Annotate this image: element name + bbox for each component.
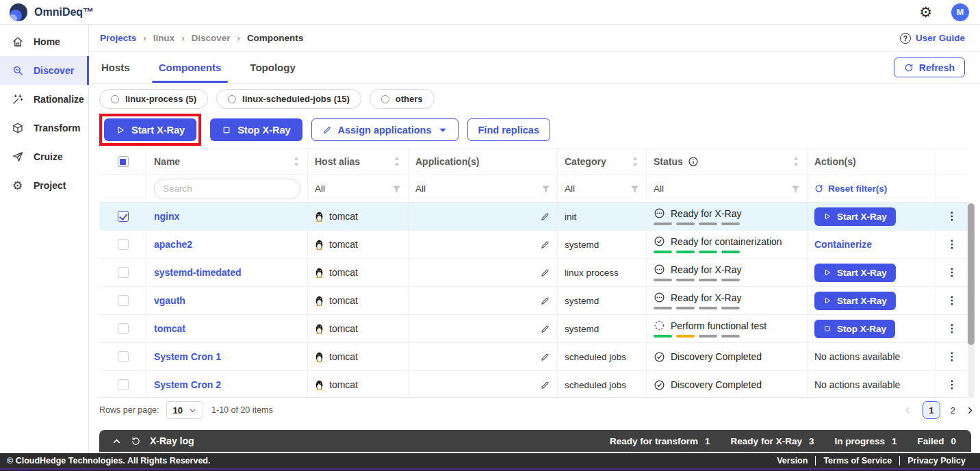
status-filter-value[interactable]: All bbox=[654, 183, 664, 194]
user-guide-link[interactable]: ? User Guide bbox=[900, 33, 965, 44]
kebab-menu-icon[interactable]: ⋮ bbox=[946, 351, 957, 362]
stop-x-ray-row-button[interactable]: Stop X-Ray bbox=[814, 320, 895, 338]
sort-icon[interactable] bbox=[631, 155, 639, 168]
category-filter-value[interactable]: All bbox=[565, 183, 575, 194]
settings-gear-icon[interactable]: ⚙ bbox=[919, 5, 932, 19]
edit-applications-icon[interactable] bbox=[540, 268, 550, 278]
edit-applications-icon[interactable] bbox=[540, 324, 550, 334]
find-replicas-button[interactable]: Find replicas bbox=[467, 118, 550, 141]
filter-funnel-icon[interactable] bbox=[791, 184, 800, 193]
host-alias: tomcat bbox=[329, 267, 358, 278]
component-name-link[interactable]: vgauth bbox=[154, 295, 185, 306]
column-header-category[interactable]: Category bbox=[565, 156, 606, 167]
start-xray-button[interactable]: Start X-Ray bbox=[104, 118, 196, 141]
edit-applications-icon[interactable] bbox=[540, 240, 550, 250]
sidebar-item-home[interactable]: Home bbox=[0, 27, 88, 56]
info-icon[interactable] bbox=[688, 156, 699, 167]
column-header-name[interactable]: Name bbox=[154, 156, 180, 167]
xray-log-bar[interactable]: X-Ray log Ready for transform1Ready for … bbox=[99, 430, 971, 452]
filter-funnel-icon[interactable] bbox=[541, 184, 550, 193]
rows-per-page-select[interactable]: 10 bbox=[166, 401, 203, 419]
chip-linux-scheduled-jobs-15[interactable]: linux-scheduled-jobs (15) bbox=[216, 89, 361, 109]
breadcrumb-item-linux[interactable]: linux bbox=[153, 33, 175, 43]
edit-applications-icon[interactable] bbox=[540, 212, 550, 222]
start-x-ray-row-button[interactable]: Start X-Ray bbox=[814, 292, 896, 310]
breadcrumb-item-discover[interactable]: Discover bbox=[191, 33, 230, 43]
table-scrollbar[interactable] bbox=[968, 203, 975, 398]
sidebar-item-cruize[interactable]: Cruize bbox=[0, 142, 88, 171]
page-1[interactable]: 1 bbox=[923, 401, 940, 419]
component-name-link[interactable]: apache2 bbox=[154, 239, 192, 250]
status-label: Ready for X-Ray bbox=[671, 208, 741, 219]
sort-icon[interactable] bbox=[792, 155, 800, 168]
footer-link-version[interactable]: Version bbox=[769, 456, 815, 466]
breadcrumb-item-projects[interactable]: Projects bbox=[100, 33, 136, 43]
name-search-input[interactable] bbox=[154, 179, 300, 199]
sidebar-item-label: Rationalize bbox=[34, 94, 84, 105]
refresh-icon bbox=[904, 63, 914, 73]
filter-funnel-icon[interactable] bbox=[392, 184, 401, 193]
assign-applications-button[interactable]: Assign applications bbox=[311, 118, 459, 141]
filter-funnel-icon[interactable] bbox=[630, 184, 639, 193]
linux-penguin-icon bbox=[315, 352, 324, 362]
reset-filters-link[interactable]: Reset filter(s) bbox=[814, 183, 887, 194]
refresh-button[interactable]: Refresh bbox=[894, 58, 965, 77]
stop-xray-button[interactable]: Stop X-Ray bbox=[210, 118, 302, 141]
tab-topology[interactable]: Topology bbox=[248, 52, 296, 83]
kebab-menu-icon[interactable]: ⋮ bbox=[946, 323, 957, 334]
kebab-menu-icon[interactable]: ⋮ bbox=[946, 379, 957, 390]
component-name-link[interactable]: System Cron 1 bbox=[154, 351, 221, 362]
sidebar-item-label: Project bbox=[34, 180, 66, 191]
row-checkbox[interactable] bbox=[118, 323, 129, 334]
footer-link-terms-of-service[interactable]: Terms of Service bbox=[815, 456, 899, 466]
play-icon bbox=[116, 125, 125, 135]
kebab-menu-icon[interactable]: ⋮ bbox=[946, 211, 957, 222]
row-checkbox[interactable] bbox=[118, 379, 129, 390]
sidebar-item-transform[interactable]: Transform bbox=[0, 114, 88, 142]
kebab-menu-icon[interactable]: ⋮ bbox=[946, 239, 957, 250]
kebab-menu-icon[interactable]: ⋮ bbox=[946, 295, 957, 306]
component-name-link[interactable]: systemd-timedated bbox=[154, 267, 242, 278]
chevron-up-icon[interactable] bbox=[112, 436, 122, 446]
start-x-ray-row-button[interactable]: Start X-Ray bbox=[814, 207, 896, 226]
row-checkbox[interactable] bbox=[118, 295, 129, 306]
sidebar-item-rationalize[interactable]: Rationalize bbox=[0, 85, 88, 114]
sidebar-item-discover[interactable]: Discover bbox=[0, 56, 88, 85]
page-2[interactable]: 2 bbox=[951, 405, 955, 416]
row-checkbox[interactable] bbox=[118, 351, 129, 362]
row-checkbox[interactable] bbox=[118, 211, 129, 222]
xray-stats: Ready for transform1Ready for X-Ray3In p… bbox=[610, 436, 959, 446]
containerize-link[interactable]: Containerize bbox=[814, 239, 872, 250]
start-x-ray-row-button[interactable]: Start X-Ray bbox=[814, 264, 896, 282]
edit-applications-icon[interactable] bbox=[540, 296, 550, 306]
column-header-status[interactable]: Status bbox=[654, 156, 699, 167]
column-header-host-alias[interactable]: Host alias bbox=[315, 156, 360, 167]
component-name-link[interactable]: System Cron 2 bbox=[154, 379, 221, 390]
user-avatar[interactable]: M bbox=[951, 3, 969, 21]
scrollbar-thumb[interactable] bbox=[968, 203, 975, 345]
sidebar-item-project[interactable]: ⚙ Project bbox=[0, 171, 88, 200]
edit-applications-icon[interactable] bbox=[540, 352, 550, 362]
component-name-link[interactable]: tomcat bbox=[154, 323, 185, 334]
component-name-link[interactable]: nginx bbox=[154, 211, 179, 222]
host-filter-value[interactable]: All bbox=[315, 183, 325, 194]
chip-linux-process-5[interactable]: linux-process (5) bbox=[99, 89, 208, 109]
chip-others[interactable]: others bbox=[370, 89, 435, 109]
applications-filter-value[interactable]: All bbox=[415, 183, 426, 194]
table-row-system-cron-1: System Cron 1 tomcat scheduled jobs Disc… bbox=[99, 343, 968, 371]
sort-icon[interactable] bbox=[292, 155, 300, 168]
sort-icon[interactable] bbox=[393, 155, 401, 168]
tab-components[interactable]: Components bbox=[157, 52, 223, 83]
edit-applications-icon[interactable] bbox=[540, 380, 550, 390]
user-guide-label: User Guide bbox=[916, 33, 965, 43]
tab-hosts[interactable]: Hosts bbox=[100, 52, 131, 83]
row-checkbox[interactable] bbox=[118, 267, 129, 278]
row-checkbox[interactable] bbox=[118, 239, 129, 250]
select-all-checkbox[interactable] bbox=[118, 156, 129, 167]
stop-icon bbox=[823, 324, 831, 333]
kebab-menu-icon[interactable]: ⋮ bbox=[946, 267, 957, 278]
host-alias: tomcat bbox=[329, 379, 358, 390]
status-progress-bars bbox=[654, 222, 800, 225]
footer-link-privacy-policy[interactable]: Privacy Policy bbox=[899, 456, 973, 466]
next-page-icon[interactable] bbox=[966, 406, 975, 415]
